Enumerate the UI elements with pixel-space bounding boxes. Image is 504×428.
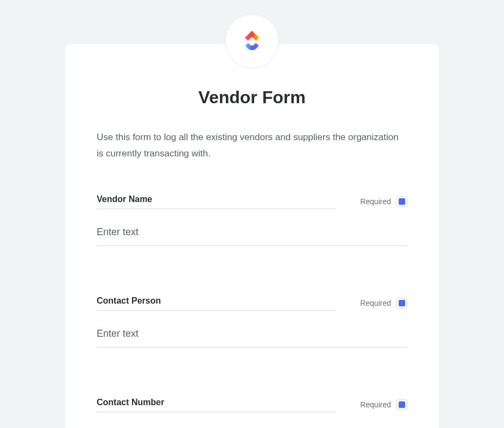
form-card: Vendor Form Use this form to log all the… <box>65 44 439 428</box>
form-description: Use this form to log all the existing ve… <box>65 108 439 162</box>
field-label-wrap[interactable]: Contact Number <box>97 398 336 412</box>
field-header: Contact Number Required <box>97 398 407 412</box>
required-checkbox[interactable] <box>396 399 407 410</box>
required-wrap: Required <box>360 399 407 410</box>
required-checkbox[interactable] <box>396 196 407 207</box>
checkbox-checked-icon <box>399 401 405 408</box>
logo-circle <box>225 14 279 68</box>
required-wrap: Required <box>360 298 407 309</box>
required-label: Required <box>360 299 391 307</box>
required-wrap: Required <box>360 196 407 207</box>
required-label: Required <box>360 197 391 206</box>
field-contact-number: Contact Number Required <box>97 398 407 429</box>
required-checkbox[interactable] <box>396 298 407 309</box>
field-header: Vendor Name Required <box>97 194 407 209</box>
field-label: Contact Person <box>97 296 161 305</box>
contact-number-input[interactable] <box>97 414 407 429</box>
checkbox-checked-icon <box>399 300 405 306</box>
field-label: Vendor Name <box>97 194 152 204</box>
field-header: Contact Person Required <box>97 296 407 311</box>
field-label-wrap[interactable]: Contact Person <box>97 296 336 311</box>
field-label: Contact Number <box>97 398 164 407</box>
vendor-name-input[interactable] <box>97 211 407 246</box>
checkbox-checked-icon <box>399 198 405 205</box>
required-label: Required <box>360 400 391 409</box>
contact-person-input[interactable] <box>97 313 407 348</box>
clickup-logo-icon <box>240 29 264 54</box>
form-fields: Vendor Name Required Contact Person Requ… <box>65 162 439 429</box>
field-label-wrap[interactable]: Vendor Name <box>97 194 336 209</box>
field-contact-person: Contact Person Required <box>97 296 407 348</box>
field-vendor-name: Vendor Name Required <box>97 194 407 246</box>
